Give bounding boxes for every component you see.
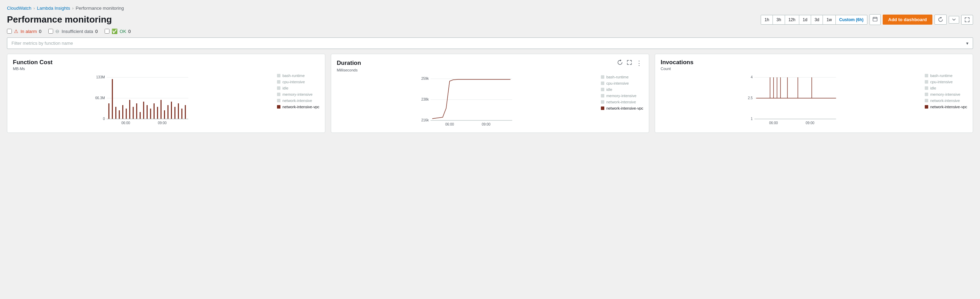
legend-dot xyxy=(277,80,280,84)
fullscreen-button[interactable] xyxy=(961,15,973,25)
legend-item: memory-intensive xyxy=(925,92,967,97)
legend-item: memory-intensive xyxy=(277,92,319,97)
svg-rect-17 xyxy=(133,107,134,119)
chart-svg-duration: 259k 238k 216k 06:00 09:00 xyxy=(337,74,597,129)
legend-dot xyxy=(925,80,928,84)
legend-label: cpu-intensive xyxy=(930,80,953,84)
calendar-icon-btn[interactable] xyxy=(870,14,881,25)
legend-label: idle xyxy=(606,87,612,92)
alarm-checkbox-insufficient[interactable] xyxy=(48,29,53,34)
legend-label-active: network-intensive-vpc xyxy=(606,106,643,110)
alarm-filter-insufficient[interactable]: ⊖ Insufficient data 0 xyxy=(48,28,98,34)
legend-dot xyxy=(277,93,280,96)
svg-rect-15 xyxy=(126,109,127,119)
alarm-label-insufficient: Insufficient data xyxy=(62,29,93,34)
svg-rect-29 xyxy=(175,107,175,119)
alarm-label-ok: OK xyxy=(119,29,126,34)
svg-text:133M: 133M xyxy=(96,75,105,79)
legend-label-active: network-intensive-vpc xyxy=(930,105,967,109)
refresh-button[interactable] xyxy=(934,14,947,25)
time-btn-custom[interactable]: Custom (6h) xyxy=(836,15,867,24)
legend-dot xyxy=(277,99,280,102)
svg-text:06:00: 06:00 xyxy=(769,121,778,125)
breadcrumb-lambda-insights[interactable]: Lambda Insights xyxy=(37,6,70,11)
chart-legend-function-cost: bash-runtime cpu-intensive idle memory-i… xyxy=(277,72,319,128)
alarm-count-in-alarm: 0 xyxy=(39,29,41,34)
legend-item: idle xyxy=(925,86,967,90)
legend-item: idle xyxy=(601,87,643,92)
chart-area-invocations: 4 2.5 1 xyxy=(661,72,921,128)
svg-rect-27 xyxy=(167,105,169,119)
alarm-ok-icon: ✅ xyxy=(111,28,118,34)
legend-dot xyxy=(925,99,928,102)
chart-body-invocations: 4 2.5 1 xyxy=(661,72,967,128)
svg-text:09:00: 09:00 xyxy=(158,121,167,125)
alarm-filter-in-alarm[interactable]: ⚠ In alarm 0 xyxy=(7,28,41,34)
chart-card-function-cost: Function Cost MB-Ms 133M 66.3M 0 xyxy=(7,54,325,133)
time-btn-1h[interactable]: 1h xyxy=(761,15,773,24)
alarm-checkbox-in-alarm[interactable] xyxy=(7,29,12,34)
legend-item: cpu-intensive xyxy=(601,81,643,85)
filter-input[interactable] xyxy=(7,38,973,49)
alarm-checkbox-ok[interactable] xyxy=(105,29,110,34)
legend-item: network-intensive-vpc xyxy=(925,105,967,109)
legend-dot xyxy=(601,88,605,91)
chart-body-function-cost: 133M 66.3M 0 xyxy=(13,72,319,128)
chart-actions-duration: ⋮ xyxy=(617,59,643,67)
svg-rect-14 xyxy=(123,105,123,119)
legend-item: network-intensive-vpc xyxy=(277,105,319,109)
refresh-chart-icon[interactable] xyxy=(617,59,624,67)
time-btn-12h[interactable]: 12h xyxy=(785,15,799,24)
svg-rect-13 xyxy=(119,110,120,119)
legend-item: network-intensive xyxy=(277,98,319,103)
legend-dot xyxy=(925,93,928,96)
svg-text:1: 1 xyxy=(751,117,753,121)
chart-body-duration: 259k 238k 216k 06:00 09:00 xyxy=(337,74,643,129)
svg-rect-26 xyxy=(164,110,165,119)
svg-text:4: 4 xyxy=(751,75,753,79)
alarm-count-ok: 0 xyxy=(128,29,130,34)
expand-chart-icon[interactable] xyxy=(626,59,633,67)
time-btn-1d[interactable]: 1d xyxy=(799,15,811,24)
more-options-icon[interactable]: ⋮ xyxy=(635,59,643,67)
svg-rect-10 xyxy=(108,103,110,119)
time-controls: 1h 3h 12h 1d 3d 1w Custom (6h) Add to da… xyxy=(761,14,973,25)
chart-card-invocations: Invocations Count 4 2.5 1 xyxy=(655,54,973,133)
add-to-dashboard-button[interactable]: Add to dashboard xyxy=(883,14,932,25)
legend-dot xyxy=(601,100,605,104)
svg-rect-23 xyxy=(154,103,154,119)
dropdown-arrow-button[interactable] xyxy=(949,16,959,24)
chart-title-invocations: Invocations xyxy=(661,59,693,66)
chart-area-function-cost: 133M 66.3M 0 xyxy=(13,72,274,128)
breadcrumb-cloudwatch[interactable]: CloudWatch xyxy=(7,6,31,11)
legend-dot xyxy=(601,75,605,79)
legend-label: idle xyxy=(930,86,936,90)
time-btn-group: 1h 3h 12h 1d 3d 1w Custom (6h) xyxy=(761,15,867,25)
time-btn-3d[interactable]: 3d xyxy=(811,15,823,24)
svg-rect-28 xyxy=(171,102,172,119)
chart-header-duration: Duration ⋮ xyxy=(337,59,643,67)
legend-item: idle xyxy=(277,86,319,90)
chart-svg-invocations: 4 2.5 1 xyxy=(661,72,921,128)
svg-rect-0 xyxy=(873,17,877,21)
legend-item: memory-intensive xyxy=(601,94,643,98)
legend-item: bash-runtime xyxy=(601,75,643,79)
svg-rect-18 xyxy=(136,103,137,119)
alarm-info-icon: ⊖ xyxy=(55,28,59,34)
svg-rect-12 xyxy=(115,107,116,119)
breadcrumb: CloudWatch › Lambda Insights › Performan… xyxy=(7,6,973,11)
chart-card-duration: Duration ⋮ Milliseconds xyxy=(331,54,649,133)
svg-rect-30 xyxy=(178,103,179,119)
chart-unit-function-cost: MB-Ms xyxy=(13,66,319,71)
svg-rect-31 xyxy=(181,109,183,119)
legend-item: network-intensive xyxy=(925,98,967,103)
alarm-filter-ok[interactable]: ✅ OK 0 xyxy=(105,28,130,34)
time-btn-1w[interactable]: 1w xyxy=(823,15,835,24)
time-btn-3h[interactable]: 3h xyxy=(773,15,785,24)
chart-unit-invocations: Count xyxy=(661,66,967,71)
svg-text:238k: 238k xyxy=(421,98,429,101)
svg-rect-19 xyxy=(140,112,141,119)
chart-legend-invocations: bash-runtime cpu-intensive idle memory-i… xyxy=(925,72,967,128)
legend-item: cpu-intensive xyxy=(925,80,967,84)
chart-legend-duration: bash-runtime cpu-intensive idle memory-i… xyxy=(601,74,643,129)
